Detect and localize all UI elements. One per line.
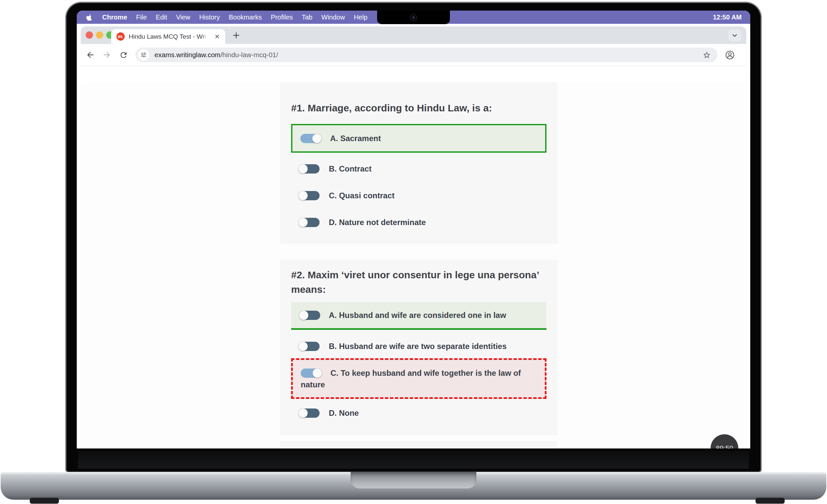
option-label: A. Sacrament — [330, 134, 381, 143]
tab-strip: WL Hindu Laws MCQ Test - Writin — [81, 26, 746, 44]
menubar-item-history[interactable]: History — [199, 13, 220, 21]
q2-option-a[interactable]: A. Husband and wife are considered one i… — [291, 302, 546, 330]
laptop-foot-right — [756, 498, 785, 504]
toggle-knob — [312, 369, 322, 378]
toggle-on[interactable] — [301, 369, 322, 378]
question-block-3: #3. The Hindu code was drafted by the: — [280, 441, 557, 448]
option-label: A. Husband and wife are considered one i… — [329, 311, 506, 320]
toggle-off[interactable] — [298, 408, 320, 418]
url-text: exams.writinglaw.com/hindu-law-mcq-01/ — [154, 51, 278, 59]
laptop-screen-bezel: Chrome File Edit View History Bookmarks … — [66, 3, 761, 472]
browser-tab[interactable]: WL Hindu Laws MCQ Test - Writin — [111, 29, 225, 44]
q2-option-d[interactable]: D. None — [298, 407, 546, 419]
camera-icon — [410, 14, 417, 21]
option-label: D. None — [329, 407, 359, 419]
laptop-foot-left — [30, 498, 59, 504]
menubar-item-profiles[interactable]: Profiles — [271, 13, 293, 21]
traffic-light-close[interactable] — [86, 32, 93, 39]
chevron-down-icon[interactable] — [728, 30, 741, 41]
option-label: C. Quasi contract — [329, 190, 395, 201]
url-host: exams.writinglaw.com — [154, 51, 220, 58]
display: Chrome File Edit View History Bookmarks … — [77, 11, 750, 448]
quiz-timer-badge: 89:50 — [711, 434, 738, 448]
url-path: /hindu-law-mcq-01/ — [220, 51, 278, 58]
menubar-item-view[interactable]: View — [176, 13, 190, 21]
toggle-off[interactable] — [298, 164, 320, 173]
site-settings-icon[interactable] — [138, 49, 149, 60]
toggle-off[interactable] — [298, 342, 320, 351]
browser-toolbar: exams.writinglaw.com/hindu-law-mcq-01/ — [81, 44, 746, 66]
browser-window: WL Hindu Laws MCQ Test - Writin — [81, 26, 746, 448]
menubar-item-file[interactable]: File — [136, 13, 147, 21]
star-icon[interactable] — [702, 51, 711, 59]
new-tab-icon[interactable] — [231, 31, 241, 40]
menu-dots-icon[interactable] — [742, 50, 746, 59]
menubar-clock: 12:50 AM — [713, 11, 742, 24]
toggle-off[interactable] — [298, 191, 320, 200]
q2-option-c[interactable]: C. To keep husband and wife together is … — [291, 358, 546, 399]
q1-option-b[interactable]: B. Contract — [298, 163, 546, 174]
menubar-item-help[interactable]: Help — [354, 13, 368, 21]
option-label: C. To keep husband and wife together is … — [301, 369, 521, 389]
forward-icon — [102, 50, 112, 60]
back-icon[interactable] — [85, 50, 95, 60]
option-label: D. Nature not determinate — [329, 217, 426, 228]
q1-option-c[interactable]: C. Quasi contract — [298, 190, 546, 201]
profile-icon[interactable] — [725, 50, 735, 60]
laptop-screen-chin — [78, 451, 749, 469]
option-label: B. Contract — [329, 163, 372, 174]
toggle-off[interactable] — [298, 218, 320, 227]
toggle-knob — [298, 218, 308, 227]
toggle-knob — [299, 311, 308, 320]
question-block-1: #1. Marriage, according to Hindu Law, is… — [280, 82, 557, 243]
option-label: B. Husband are wife are two separate ide… — [329, 341, 507, 352]
toggle-knob — [298, 342, 308, 351]
menubar-item-tab[interactable]: Tab — [302, 13, 312, 21]
toggle-off[interactable] — [299, 311, 320, 320]
address-bar[interactable]: exams.writinglaw.com/hindu-law-mcq-01/ — [135, 48, 718, 62]
question-block-2: #2. Maxim ‘viret unor consentur in lege … — [280, 260, 557, 435]
question-3-heading: #3. The Hindu code was drafted by the: — [291, 442, 546, 448]
toggle-knob — [298, 191, 308, 200]
reload-icon[interactable] — [118, 50, 128, 60]
menubar-item-edit[interactable]: Edit — [156, 13, 167, 21]
tab-title-fade — [201, 31, 212, 42]
q2-option-b[interactable]: B. Husband are wife are two separate ide… — [298, 341, 546, 352]
menubar-item-window[interactable]: Window — [322, 13, 345, 21]
apple-icon[interactable] — [86, 13, 93, 21]
laptop-mockup: Chrome File Edit View History Bookmarks … — [0, 0, 827, 504]
menubar-item-bookmarks[interactable]: Bookmarks — [229, 13, 262, 21]
question-1-heading: #1. Marriage, according to Hindu Law, is… — [291, 82, 546, 115]
display-notch — [377, 11, 450, 24]
toggle-knob — [298, 408, 308, 418]
quiz-column: #1. Marriage, according to Hindu Law, is… — [280, 82, 557, 448]
menubar-item-chrome[interactable]: Chrome — [102, 13, 127, 21]
laptop-lid-groove — [351, 472, 476, 489]
site-favicon: WL — [116, 33, 125, 41]
traffic-light-minimize[interactable] — [96, 32, 103, 39]
close-icon[interactable] — [213, 33, 221, 40]
q1-option-a[interactable]: A. Sacrament — [291, 124, 546, 153]
toggle-on[interactable] — [300, 134, 322, 143]
tab-title: Hindu Laws MCQ Test - Writin — [129, 33, 205, 40]
toggle-knob — [298, 164, 308, 173]
page-viewport: #1. Marriage, according to Hindu Law, is… — [81, 82, 746, 448]
question-2-heading: #2. Maxim ‘viret unor consentur in lege … — [291, 261, 546, 297]
q1-option-d[interactable]: D. Nature not determinate — [298, 217, 546, 228]
toggle-knob — [312, 134, 322, 143]
